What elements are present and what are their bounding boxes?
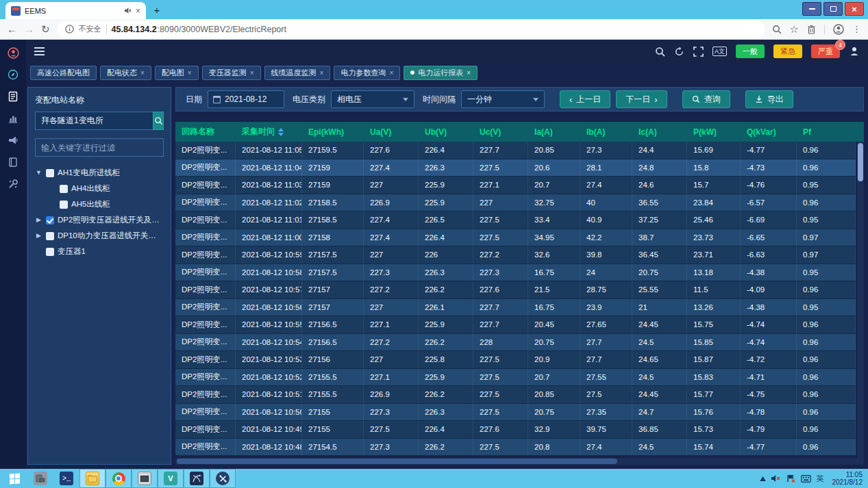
tree-checkbox[interactable] [46,248,54,256]
url-field[interactable]: 不安全 45.84.134.2 :8090/3000WEBV2/Electric… [57,21,765,38]
tools-app-icon[interactable] [210,469,236,488]
table-row[interactable]: DP2照明变...2021-08-12 10:5727157227.2226.2… [175,281,856,299]
chrome-taskbar-icon[interactable] [106,469,132,488]
column-header-epikwh[interactable]: Epi(kWh) [302,127,364,137]
file-explorer-icon[interactable] [79,469,106,488]
column-header-iaa[interactable]: Ia(A) [528,127,580,137]
column-header-pf[interactable]: Pf [797,127,856,137]
forward-icon[interactable]: → [24,23,34,35]
tab-audio-icon[interactable] [124,7,132,14]
maximize-button[interactable] [823,2,843,16]
horizontal-scrollbar-thumb[interactable] [177,459,617,464]
table-row[interactable]: DP2照明变...2021-08-12 10:4827154.5227.3226… [175,439,856,457]
tab-close-icon[interactable]: × [136,6,140,16]
tree-node-3[interactable]: ▶DP2照明变压器进线开关及控制室 [35,212,164,228]
refresh-icon[interactable] [674,47,684,57]
server-manager-icon[interactable] [27,469,53,488]
module-tab-1[interactable]: 配电状态× [100,66,151,80]
user-avatar-icon[interactable] [7,47,19,59]
alarm-urgent-button[interactable]: 紧急 [773,44,802,58]
user-icon[interactable] [849,46,860,57]
table-row[interactable]: DP2照明变...2021-08-12 11:0027158227.4226.4… [175,229,856,247]
tray-expand-icon[interactable] [760,476,766,481]
taskbar-clock[interactable]: 11:05 2021/8/12 [830,471,863,487]
module-tab-4[interactable]: 线缆温度监测× [264,66,331,80]
map-compass-icon[interactable] [7,68,19,81]
tree-filter-input[interactable] [35,138,164,157]
tree-node-2[interactable]: AH5出线柜 [35,196,164,212]
interval-select[interactable]: 一分钟 [461,90,545,108]
column-header-ica[interactable]: Ic(A) [632,127,687,137]
tree-node-4[interactable]: ▶DP10动力变压器进线开关及控制室 [35,228,164,244]
module-tab-6[interactable]: 电力运行报表× [404,66,478,80]
query-button[interactable]: 查询 [682,90,730,108]
next-day-button[interactable]: 下一日› [616,90,667,108]
document-book-icon[interactable] [7,156,19,168]
report-list-icon[interactable] [7,90,19,103]
close-button[interactable]: × [845,2,864,16]
table-row[interactable]: DP2照明变...2021-08-12 10:5427156.5227.2226… [175,334,856,352]
back-icon[interactable]: ← [7,23,17,35]
reload-icon[interactable]: ↻ [41,23,50,36]
translate-icon[interactable]: A文 [712,47,727,56]
table-row[interactable]: DP2照明变...2021-08-12 10:5827157.5227.3226… [175,264,856,282]
date-picker[interactable]: 2021-08-12 [208,90,284,108]
table-row[interactable]: DP2照明变...2021-08-12 10:5627157227226.122… [175,299,856,317]
vertical-scrollbar[interactable] [857,142,864,458]
table-row[interactable]: DP2照明变...2021-08-12 10:5127155.5226.9226… [175,386,856,404]
column-header-[interactable]: 回路名称 [175,126,236,138]
column-header-pkw[interactable]: P(kW) [687,127,741,137]
alarm-general-button[interactable]: 一般 [736,44,765,58]
station-search-input[interactable] [35,112,153,130]
menu-hamburger-icon[interactable] [34,47,45,55]
table-row[interactable]: DP2照明变...2021-08-12 10:5527156.5227.1225… [175,316,856,334]
tree-checkbox[interactable] [46,216,54,224]
zoom-search-icon[interactable] [772,25,782,34]
tree-expand-icon[interactable]: ▶ [35,212,42,228]
tree-expand-icon[interactable]: ▶ [35,228,42,244]
alarm-critical-button[interactable]: 严重 4 [811,44,840,58]
tree-checkbox[interactable] [60,201,68,209]
module-tab-2[interactable]: 配电图× [155,66,199,80]
vertical-scrollbar-thumb[interactable] [858,143,863,181]
table-row[interactable]: DP2照明变...2021-08-12 10:5227155.5227.1225… [175,369,856,387]
tree-checkbox[interactable] [46,232,54,240]
table-row[interactable]: DP2照明变...2021-08-12 10:5927157.522722622… [175,246,856,264]
tab-close-icon[interactable]: × [140,69,145,77]
tab-close-icon[interactable]: × [467,69,471,77]
ime-keyboard-icon[interactable] [801,475,811,483]
column-header-ubv[interactable]: Ub(V) [419,127,473,137]
voltage-type-select[interactable]: 相电压 [331,90,414,108]
curve-app-icon[interactable] [184,469,210,488]
tab-close-icon[interactable]: × [188,69,192,77]
module-tab-0[interactable]: 高速公路配电图 [30,66,97,80]
column-header-qkvar[interactable]: Q(kVar) [741,127,797,137]
page-info-icon[interactable] [65,25,74,34]
prev-day-button[interactable]: ‹上一日 [560,90,610,108]
column-header-uav[interactable]: Ua(V) [364,127,419,137]
tree-node-0[interactable]: ▼AH1变电所进线柜 [35,165,164,181]
tab-close-icon[interactable]: × [320,69,324,77]
table-row[interactable]: DP2照明变...2021-08-12 11:0327159227225.922… [175,177,856,194]
tools-wrench-icon[interactable] [7,178,19,190]
column-header-iba[interactable]: Ib(A) [580,127,632,137]
new-tab-button[interactable]: + [149,1,165,18]
column-header-[interactable]: 采集时间 [236,126,302,138]
volume-muted-icon[interactable] [771,474,781,483]
station-search-button[interactable] [153,112,164,130]
wps-icon[interactable]: V [158,469,184,488]
network-disconnected-icon[interactable] [786,474,795,483]
alarm-megaphone-icon[interactable] [7,134,19,146]
profile-avatar-icon[interactable] [833,24,844,35]
bookmark-star-icon[interactable]: ☆ [790,23,799,36]
tree-node-5[interactable]: 变压器1 [35,244,164,259]
export-button[interactable]: 导出 [745,90,793,108]
minimize-button[interactable] [802,2,821,16]
powershell-icon[interactable]: >_ [53,469,79,488]
table-row[interactable]: DP2照明变...2021-08-12 11:0427159227.4226.3… [175,159,856,177]
sort-icon[interactable] [278,128,284,136]
search-icon[interactable] [655,47,665,57]
table-row[interactable]: DP2照明变...2021-08-12 11:0527159.5227.6226… [175,142,856,159]
table-row[interactable]: DP2照明变...2021-08-12 10:5027155227.3226.3… [175,404,856,422]
chart-icon[interactable] [7,112,19,125]
